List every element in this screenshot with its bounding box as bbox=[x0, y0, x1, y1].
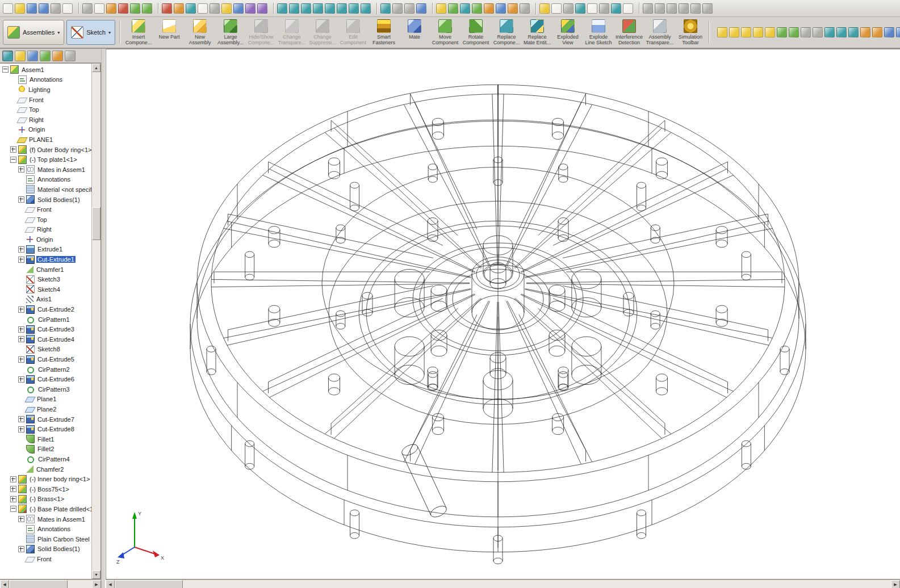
insert-component-button[interactable]: Insert Compone... bbox=[123, 18, 154, 47]
change-suppression-button[interactable]: Change Suppressi... bbox=[307, 18, 338, 47]
deviation-analysis-icon[interactable] bbox=[496, 3, 506, 14]
cut-icon[interactable] bbox=[82, 3, 93, 14]
tree-item[interactable]: Cut-Extrude8 bbox=[0, 424, 91, 434]
undo-icon[interactable] bbox=[130, 3, 140, 14]
surface-finish-icon[interactable] bbox=[563, 3, 574, 14]
pan-icon[interactable] bbox=[702, 3, 713, 14]
new-part-button[interactable]: New Part bbox=[154, 18, 185, 47]
normal-to-icon[interactable] bbox=[361, 3, 371, 14]
curvature-icon[interactable] bbox=[508, 3, 518, 14]
tree-expander[interactable] bbox=[18, 416, 24, 422]
filter-faces-icon[interactable] bbox=[765, 27, 775, 37]
tree-item[interactable]: Cut-Extrude1 bbox=[0, 254, 91, 264]
zoom-to-area-icon[interactable] bbox=[655, 3, 665, 14]
tree-item[interactable]: (-) Inner body ring<1> bbox=[0, 474, 91, 484]
scroll-thumb[interactable] bbox=[9, 580, 68, 588]
view-bottom-icon[interactable] bbox=[337, 3, 347, 14]
filter-sketch-points-icon[interactable] bbox=[824, 27, 835, 37]
view-back-icon[interactable] bbox=[289, 3, 299, 14]
rotate-view-icon[interactable] bbox=[690, 3, 701, 14]
tree-item[interactable]: Chamfer2 bbox=[0, 464, 91, 474]
display-manager-tab[interactable] bbox=[52, 51, 63, 61]
tree-expander[interactable] bbox=[10, 506, 16, 512]
replace-mate-entities-button[interactable]: Replace Mate Entit... bbox=[522, 18, 552, 47]
scroll-left-button[interactable]: ◀ bbox=[106, 580, 115, 588]
tree-item[interactable]: (-) Boss75<1> bbox=[0, 484, 91, 494]
delete-icon[interactable] bbox=[118, 3, 128, 14]
tree-item[interactable]: Right bbox=[0, 115, 91, 125]
exploded-view-button[interactable]: Exploded View bbox=[552, 18, 583, 47]
edit-component-button[interactable]: Edit Component bbox=[338, 18, 369, 47]
tree-expander[interactable] bbox=[18, 426, 24, 432]
tree-item[interactable]: Plane2 bbox=[0, 404, 91, 414]
scroll-right-button[interactable]: ▶ bbox=[92, 580, 101, 588]
tree-item[interactable]: Plain Carbon Steel bbox=[0, 534, 91, 544]
tree-item[interactable]: Origin bbox=[0, 125, 91, 135]
table-icon[interactable] bbox=[623, 3, 633, 14]
tree-expander[interactable] bbox=[18, 257, 24, 263]
tree-expander[interactable] bbox=[18, 306, 24, 313]
tree-item[interactable]: Cut-Extrude2 bbox=[0, 304, 91, 314]
scroll-up-button[interactable]: ▲ bbox=[92, 64, 101, 72]
check-icon[interactable] bbox=[472, 3, 482, 14]
view-left-icon[interactable] bbox=[301, 3, 311, 14]
section-properties-icon[interactable] bbox=[460, 3, 470, 14]
note-icon[interactable] bbox=[539, 3, 550, 14]
tree-item[interactable]: Cut-Extrude5 bbox=[0, 354, 91, 364]
change-transparency-button[interactable]: Change Transpare... bbox=[277, 18, 307, 47]
tree-expander[interactable] bbox=[18, 546, 24, 552]
tree-expander[interactable] bbox=[18, 516, 24, 522]
filter-solid-bodies-icon[interactable] bbox=[789, 27, 799, 37]
tree-vertical-scrollbar[interactable]: ▲ ▼ bbox=[91, 64, 101, 579]
filter-annotations-icon[interactable] bbox=[896, 27, 900, 37]
tree-item[interactable]: Front bbox=[0, 204, 91, 215]
tree-item[interactable]: Sketch4 bbox=[0, 284, 91, 295]
tree-expander[interactable] bbox=[18, 376, 24, 383]
tree-item[interactable]: Sketch3 bbox=[0, 274, 91, 284]
tree-expander[interactable] bbox=[10, 486, 16, 492]
sketch-tab-button[interactable]: Sketch ▾ bbox=[66, 20, 115, 45]
wireframe-icon[interactable] bbox=[392, 3, 403, 14]
tree-expander[interactable] bbox=[10, 157, 16, 163]
scroll-thumb[interactable] bbox=[115, 580, 183, 588]
tree-item[interactable]: Annotations bbox=[0, 75, 91, 85]
tree-item[interactable]: Sketch8 bbox=[0, 345, 91, 355]
tree-item[interactable]: Annotations bbox=[0, 175, 91, 185]
design-table-icon[interactable] bbox=[186, 3, 196, 14]
assembly-transparency-button[interactable]: Assembly Transpare... bbox=[644, 18, 675, 47]
zoom-to-fit-icon[interactable] bbox=[643, 3, 653, 14]
graphics-area[interactable]: Y X Z bbox=[106, 49, 900, 579]
paste-icon[interactable] bbox=[106, 3, 116, 14]
feature-manager-design-tree-tab[interactable] bbox=[2, 51, 13, 61]
tree-item[interactable]: Mates in Assem1 bbox=[0, 165, 91, 175]
filter-surface-bodies-icon[interactable] bbox=[777, 27, 787, 37]
filter-vertices-icon[interactable] bbox=[741, 27, 751, 37]
geometric-tolerance-icon[interactable] bbox=[587, 3, 597, 14]
tree-expander[interactable] bbox=[10, 476, 16, 482]
shaded-icon[interactable] bbox=[416, 3, 426, 14]
standard-views-icon[interactable] bbox=[380, 3, 391, 14]
tree-item[interactable]: Cut-Extrude6 bbox=[0, 374, 91, 384]
filter-centerlines-icon[interactable] bbox=[872, 27, 882, 37]
replace-components-button[interactable]: Replace Compone... bbox=[491, 18, 522, 47]
clear-all-filters-icon[interactable] bbox=[729, 27, 739, 37]
explode-line-sketch-button[interactable]: Explode Line Sketch bbox=[583, 18, 614, 47]
scroll-track[interactable] bbox=[68, 580, 92, 588]
filter-center-marks-icon[interactable] bbox=[860, 27, 870, 37]
view-front-icon[interactable] bbox=[277, 3, 287, 14]
hole-callout-icon[interactable] bbox=[611, 3, 621, 14]
layers-icon[interactable] bbox=[210, 3, 220, 14]
view-isometric-icon[interactable] bbox=[349, 3, 359, 14]
tree-item[interactable]: Lighting bbox=[0, 85, 91, 95]
assemblies-tab-button[interactable]: Assemblies ▾ bbox=[3, 20, 64, 45]
tree-item[interactable]: (-) Base Plate drilled<1> bbox=[0, 504, 91, 514]
tree-item[interactable]: Plane1 bbox=[0, 394, 91, 405]
tree-item[interactable]: CirPattern1 bbox=[0, 314, 91, 325]
dimxpert-manager-tab[interactable] bbox=[40, 51, 51, 61]
tree-item[interactable]: Right bbox=[0, 225, 91, 235]
tree-item[interactable]: Top bbox=[0, 104, 91, 115]
tree-item[interactable]: Cut-Extrude3 bbox=[0, 324, 91, 334]
tree-item[interactable]: Cut-Extrude4 bbox=[0, 334, 91, 345]
tree-item[interactable]: Axis1 bbox=[0, 295, 91, 305]
filter-sketch-segments-icon[interactable] bbox=[836, 27, 847, 37]
